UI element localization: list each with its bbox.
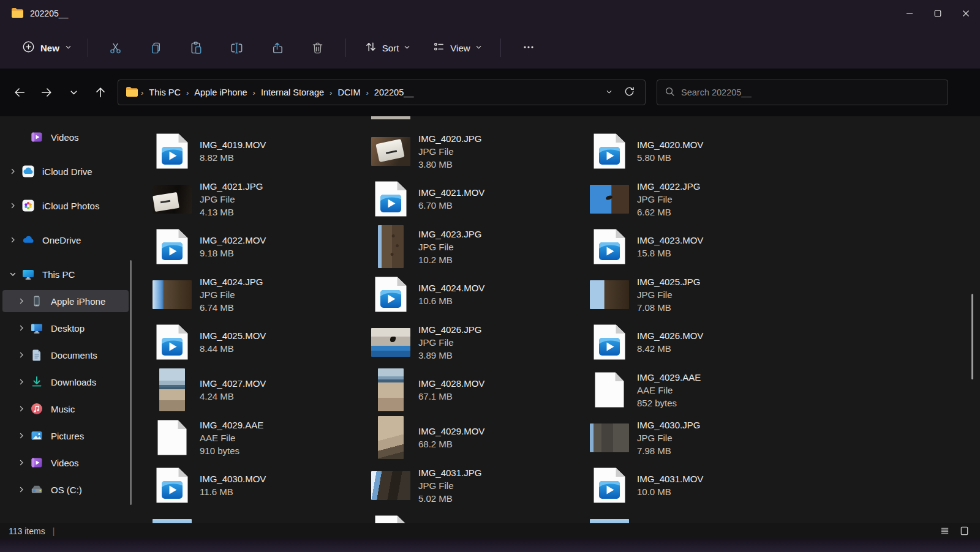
content-scrollbar[interactable] [971,294,973,379]
chevron-right-icon[interactable] [17,378,26,386]
file-meta: IMG_4021.MOV6.70 MB [418,186,484,212]
file-tile[interactable]: IMG_4030.JPGJPG File7.98 MB [589,414,808,461]
file-tile[interactable]: IMG_4023.JPGJPG File10.2 MB [371,223,589,270]
sidebar-item-pictures[interactable]: Pictures [2,425,129,447]
chevron-down-icon[interactable] [9,270,17,278]
sidebar-item-this-pc[interactable]: This PC [2,263,129,285]
file-tile[interactable]: IMG_4031.MOV10.0 MB [589,461,808,509]
file-tile[interactable]: IMG_4033.JPG [589,509,808,523]
paste-button[interactable] [183,35,211,60]
sort-button[interactable]: Sort [357,35,418,60]
file-tile[interactable]: IMG_4029.AAEAAE File852 bytes [589,366,808,414]
new-button[interactable]: New [13,35,80,60]
file-tile[interactable]: IMG_4031.JPGJPG File5.02 MB [371,461,589,509]
forward-button[interactable] [33,79,60,106]
details-view-button[interactable] [937,524,952,538]
toolbar-file-actions [96,35,338,60]
copy-button[interactable] [142,35,170,60]
breadcrumb-segment[interactable]: Apple iPhone [191,88,250,97]
file-tile[interactable]: IMG_4025.MOV8.44 MB [152,318,371,366]
sidebar-item-music[interactable]: Music [2,398,129,420]
address-dropdown-chevron-icon[interactable] [606,87,612,98]
sidebar-item-documents[interactable]: Documents [2,344,129,366]
chevron-right-icon[interactable] [17,405,26,412]
file-meta: IMG_4022.JPGJPG File6.62 MB [637,180,700,218]
sidebar-item-desktop[interactable]: Desktop [2,317,129,339]
file-meta: IMG_4029.MOV68.2 MB [418,425,484,450]
file-tile[interactable]: IMG_4021.MOV6.70 MB [371,175,589,223]
chevron-right-icon[interactable] [17,486,26,493]
breadcrumb-segment[interactable]: Internal Storage [258,88,327,97]
file-tile[interactable]: IMG_4024.JPGJPG File6.74 MB [152,270,371,318]
file-tile[interactable]: IMG_4032.JPG [152,509,371,523]
file-tile[interactable]: IMG_4029.MOV68.2 MB [371,414,589,461]
documents-icon [30,348,43,362]
file-tile[interactable]: IMG_4029.AAEAAE File910 bytes [152,414,371,461]
sidebar-item-icloud-drive[interactable]: iCloud Drive [2,160,129,182]
address-bar[interactable]: ›This PC›Apple iPhone›Internal Storage›D… [118,80,646,105]
back-button[interactable] [6,79,33,106]
chevron-right-icon[interactable] [9,202,17,209]
chevron-right-icon[interactable] [17,324,26,332]
chevron-right-icon[interactable] [17,432,26,439]
mov-file-icon [152,129,192,174]
view-button[interactable]: View [425,35,489,60]
breadcrumb-separator: › [184,88,191,97]
file-tile[interactable]: IMG_4026.MOV8.42 MB [589,318,808,366]
chevron-right-icon[interactable] [17,459,26,466]
chevron-down-icon [475,43,482,53]
sidebar-scrollbar[interactable] [130,260,132,505]
file-tile[interactable]: IMG_4027.MOV4.24 MB [152,366,371,414]
sidebar-item-downloads[interactable]: Downloads [2,371,129,393]
file-tile[interactable]: IMG_4028.MOV67.1 MB [371,366,589,414]
sidebar-item-icloud-photos[interactable]: iCloud Photos [2,195,129,217]
file-tile[interactable]: IMG_4020.JPGJPG File3.80 MB [371,127,589,175]
explorer-tab[interactable]: 202205__ [0,7,68,20]
refresh-icon[interactable] [624,86,635,100]
file-tile[interactable]: IMG_4024.MOV10.6 MB [371,270,589,318]
file-tile[interactable]: IMG_4030.MOV11.6 MB [152,461,371,509]
chevron-right-icon[interactable] [9,168,17,175]
file-tile[interactable]: IMG_4019.MOV8.82 MB [152,127,371,175]
sidebar-item-os-c[interactable]: OS (C:) [2,479,129,501]
search-input[interactable] [681,88,940,97]
sidebar-item-videos[interactable]: Videos [2,452,129,474]
sidebar-item-label: Music [51,404,75,414]
close-button[interactable] [952,0,980,27]
mov-file-icon [152,463,192,508]
chevron-right-icon[interactable] [17,351,26,359]
large-thumbnails-view-button[interactable] [957,524,971,538]
icloud-photos-icon [21,199,35,212]
recent-locations-button[interactable] [60,79,87,106]
up-button[interactable] [87,79,114,106]
videos-icon [30,456,43,469]
chevron-right-icon[interactable] [9,236,17,244]
sidebar-item-videos[interactable]: Videos [2,126,129,148]
file-tile[interactable]: IMG_4026.JPGJPG File3.89 MB [371,318,589,366]
rename-button[interactable] [223,35,251,60]
file-tile[interactable]: IMG_4025.JPGJPG File7.08 MB [589,270,808,318]
file-tile[interactable]: IMG_4020.MOV5.80 MB [589,127,808,175]
file-tile[interactable]: IMG_4032.MOV [371,509,589,523]
file-name: IMG_4022.JPG [637,180,700,193]
paste-icon [189,41,203,55]
breadcrumb-segment[interactable]: 202205__ [371,88,417,97]
file-tile[interactable]: IMG_4022.JPGJPG File6.62 MB [589,175,808,223]
breadcrumb-segment[interactable]: This PC [146,88,184,97]
sidebar-item-apple-iphone[interactable]: Apple iPhone [2,290,129,312]
maximize-button[interactable] [924,0,952,27]
file-tile[interactable]: IMG_4021.JPGJPG File4.13 MB [152,175,371,223]
delete-button[interactable] [304,35,332,60]
see-more-button[interactable] [514,35,543,60]
chevron-right-icon[interactable] [17,297,26,305]
file-type: JPG File [418,241,481,253]
breadcrumb-segment[interactable]: DCIM [334,88,363,97]
share-button[interactable] [263,35,292,60]
cut-button[interactable] [102,35,130,60]
file-tile[interactable]: IMG_4023.MOV15.8 MB [589,223,808,270]
mov-file-icon [152,224,192,269]
file-tile[interactable]: IMG_4022.MOV9.18 MB [152,223,371,270]
minimize-button[interactable] [895,0,924,27]
sort-button-label: Sort [382,43,399,53]
sidebar-item-onedrive[interactable]: OneDrive [2,229,129,251]
